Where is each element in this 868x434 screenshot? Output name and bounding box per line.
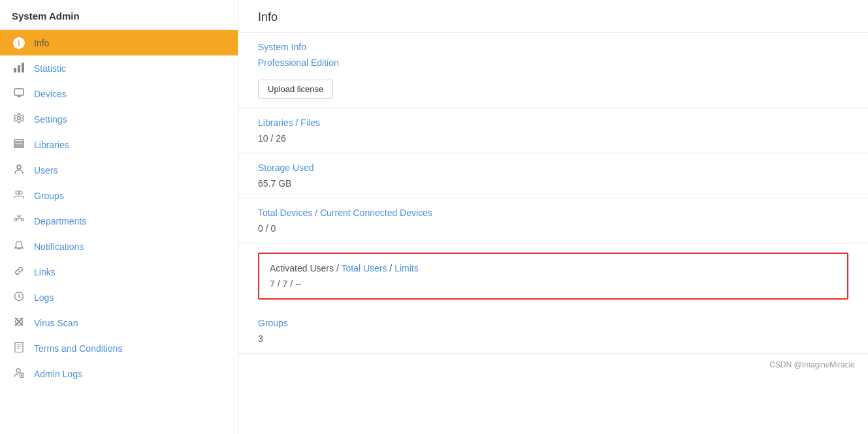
watermark: CSDN @ImagineMiracle bbox=[238, 354, 868, 376]
section-storage-used: Storage Used65.7 GB bbox=[238, 153, 868, 198]
svg-rect-0 bbox=[14, 68, 16, 72]
professional-edition-label: Professional Edition bbox=[258, 57, 848, 68]
total-users-link[interactable]: Total Users bbox=[341, 263, 387, 273]
sidebar-item-terms-conditions[interactable]: Terms and Conditions bbox=[0, 335, 238, 361]
sidebar-item-statistic[interactable]: Statistic bbox=[0, 55, 238, 81]
terms-conditions-icon bbox=[12, 342, 26, 354]
section-title-total-devices: Total Devices / Current Connected Device… bbox=[258, 208, 848, 218]
sidebar-item-settings[interactable]: Settings bbox=[0, 106, 238, 132]
svg-point-6 bbox=[18, 117, 21, 120]
notifications-icon bbox=[12, 240, 26, 253]
statistic-icon bbox=[12, 62, 26, 74]
main-content: Info System InfoProfessional EditionUplo… bbox=[238, 0, 868, 434]
section-title-activated-users: Activated Users / Total Users / Limits bbox=[270, 263, 837, 273]
admin-logs-icon bbox=[12, 367, 26, 380]
sidebar-item-statistic-label: Statistic bbox=[34, 63, 66, 74]
page-title: Info bbox=[238, 0, 868, 33]
sidebar-item-links-label: Links bbox=[34, 267, 56, 277]
sidebar-item-groups[interactable]: Groups bbox=[0, 183, 238, 208]
app-title: System Admin bbox=[0, 0, 238, 30]
sidebar-item-admin-logs[interactable]: Admin Logs bbox=[0, 361, 238, 386]
info-icon: i bbox=[12, 37, 26, 49]
sidebar-item-departments-label: Departments bbox=[34, 216, 86, 226]
sidebar-item-groups-label: Groups bbox=[34, 191, 64, 201]
slash-label: / bbox=[387, 263, 394, 273]
links-icon bbox=[12, 266, 26, 278]
upload-license-button[interactable]: Upload license bbox=[258, 80, 333, 99]
content-sections: System InfoProfessional EditionUpload li… bbox=[238, 33, 868, 354]
svg-rect-8 bbox=[14, 143, 24, 145]
svg-rect-7 bbox=[14, 140, 24, 142]
svg-point-12 bbox=[19, 191, 22, 194]
activated-users-label: Activated Users / bbox=[270, 263, 341, 273]
section-value-storage-used: 65.7 GB bbox=[258, 178, 848, 189]
settings-icon bbox=[12, 113, 26, 125]
sidebar-item-info-label: Info bbox=[34, 38, 49, 48]
groups-icon bbox=[12, 189, 26, 202]
limits-link[interactable]: Limits bbox=[394, 263, 419, 273]
sidebar-item-virus-scan-label: Virus Scan bbox=[34, 318, 78, 328]
section-value-total-devices: 0 / 0 bbox=[258, 223, 848, 234]
sidebar-item-notifications[interactable]: Notifications bbox=[0, 234, 238, 259]
sidebar-item-libraries[interactable]: Libraries bbox=[0, 132, 238, 157]
sidebar-item-virus-scan[interactable]: Virus Scan bbox=[0, 310, 238, 335]
section-value-groups: 3 bbox=[258, 333, 848, 344]
departments-icon bbox=[12, 215, 26, 227]
section-total-devices: Total Devices / Current Connected Device… bbox=[238, 198, 868, 243]
section-groups: Groups3 bbox=[238, 309, 868, 354]
section-value-libraries-files: 10 / 26 bbox=[258, 133, 848, 144]
section-title-groups: Groups bbox=[258, 318, 848, 328]
section-value-activated-users: 7 / 7 / -- bbox=[270, 279, 837, 289]
sidebar-item-logs-label: Logs bbox=[34, 292, 54, 303]
svg-point-11 bbox=[16, 191, 19, 194]
svg-rect-1 bbox=[18, 65, 20, 72]
sidebar-item-logs[interactable]: Logs bbox=[0, 285, 238, 310]
sidebar-item-info[interactable]: iInfo bbox=[0, 30, 238, 55]
sidebar-item-settings-label: Settings bbox=[34, 114, 67, 125]
sidebar-item-devices-label: Devices bbox=[34, 89, 67, 99]
svg-point-26 bbox=[16, 369, 20, 373]
svg-point-10 bbox=[17, 165, 21, 169]
sidebar-item-devices[interactable]: Devices bbox=[0, 81, 238, 106]
section-activated-users: Activated Users / Total Users / Limits7 … bbox=[258, 253, 848, 300]
logs-icon bbox=[12, 291, 26, 303]
sidebar-item-departments[interactable]: Departments bbox=[0, 208, 238, 234]
section-system-info: System InfoProfessional EditionUpload li… bbox=[238, 33, 868, 108]
sidebar-item-admin-logs-label: Admin Logs bbox=[34, 369, 82, 379]
svg-rect-13 bbox=[18, 215, 20, 217]
svg-rect-3 bbox=[14, 89, 24, 95]
sidebar-item-links[interactable]: Links bbox=[0, 259, 238, 285]
sidebar-item-libraries-label: Libraries bbox=[34, 140, 69, 150]
section-title-system-info: System Info bbox=[258, 42, 848, 52]
sidebar-nav: iInfoStatisticDevicesSettingsLibrariesUs… bbox=[0, 30, 238, 386]
devices-icon bbox=[12, 87, 26, 100]
users-icon bbox=[12, 164, 26, 176]
sidebar-item-notifications-label: Notifications bbox=[34, 241, 84, 252]
sidebar-item-users[interactable]: Users bbox=[0, 157, 238, 183]
virus-scan-icon bbox=[12, 317, 26, 329]
svg-rect-22 bbox=[15, 343, 23, 352]
section-libraries-files: Libraries / Files10 / 26 bbox=[238, 108, 868, 153]
section-title-storage-used: Storage Used bbox=[258, 163, 848, 173]
svg-rect-9 bbox=[14, 146, 24, 147]
sidebar-item-users-label: Users bbox=[34, 165, 58, 176]
svg-rect-2 bbox=[22, 63, 24, 72]
sidebar: System Admin iInfoStatisticDevicesSettin… bbox=[0, 0, 238, 434]
libraries-icon bbox=[12, 138, 26, 151]
section-title-libraries-files: Libraries / Files bbox=[258, 117, 848, 128]
sidebar-item-terms-conditions-label: Terms and Conditions bbox=[34, 343, 122, 354]
